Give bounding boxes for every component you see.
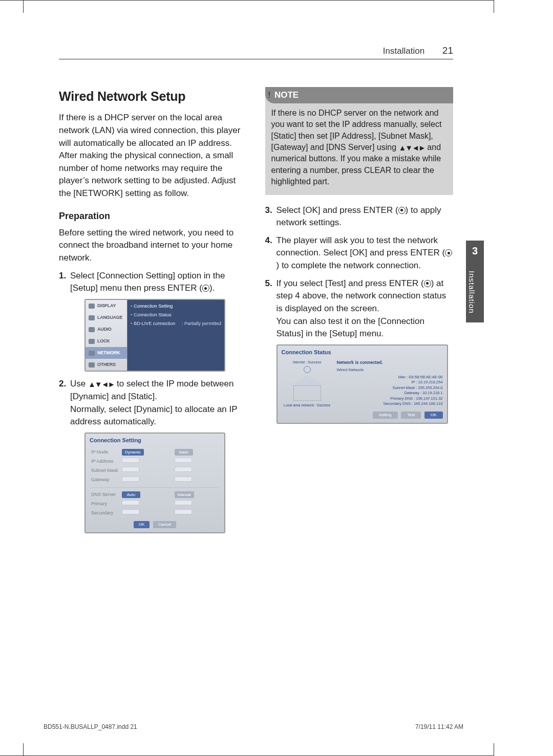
page-number: 21 [442, 45, 453, 56]
note-box: ! NOTE If there is no DHCP server on the… [265, 87, 454, 195]
pill-manual[interactable]: Manual [175, 491, 194, 499]
arrow-keys-icon: ▲▼◄► [88, 379, 114, 390]
step-1: Select [Connection Setting] option in th… [59, 270, 247, 372]
exclamation-icon: ! [268, 90, 270, 101]
menu-item-network[interactable]: NETWORK [86, 347, 127, 359]
heading-preparation: Preparation [59, 209, 247, 223]
section-label: Installation [383, 46, 424, 56]
pill-dynamic[interactable]: Dynamic [122, 449, 144, 456]
ok-button[interactable]: OK [424, 412, 443, 419]
enter-icon [398, 207, 406, 214]
footer-date: 7/19/11 11:42 AM [415, 723, 463, 730]
preparation-text: Before setting the wired network, you ne… [59, 227, 247, 265]
status-row: Secondary DNS : 165.244.106.110 [337, 401, 443, 407]
scr2-title: Connection Setting [90, 437, 220, 445]
menu-item-others[interactable]: OTHERS [86, 359, 127, 371]
screenshot-setup-menu: DISPLAYLANGUAGEAUDIOLOCKNETWORKOTHERS •C… [84, 299, 225, 372]
menu-item-audio[interactable]: AUDIO [86, 323, 127, 335]
globe-icon [304, 366, 311, 373]
enter-icon [202, 285, 209, 292]
pill-static[interactable]: Static [175, 449, 193, 456]
cancel-button[interactable]: Cancel [153, 521, 176, 528]
option-bd-live-connection[interactable]: •BD-LIVE connection: Partially permitted [131, 319, 221, 328]
house-icon [289, 375, 325, 401]
footer: BD551-N.BUSALLP_0487.indd 21 7/19/11 11:… [44, 723, 463, 730]
test-button[interactable]: Test [401, 412, 421, 419]
menu-item-display[interactable]: DISPLAY [86, 300, 127, 312]
ok-button[interactable]: OK [134, 521, 150, 528]
side-tab-label: Installation [466, 258, 477, 320]
arrow-keys-icon: ▲▼◄► [399, 142, 425, 153]
enter-icon [445, 249, 452, 256]
menu-item-language[interactable]: LANGUAGE [86, 312, 127, 323]
menu-item-lock[interactable]: LOCK [86, 335, 127, 347]
status-row: Gateway : 10.19.218.1 [337, 391, 443, 396]
status-row: IP : 10.19.218.254 [337, 380, 443, 385]
step-4: The player will ask you to test the netw… [265, 234, 454, 272]
enter-icon [424, 280, 431, 287]
screenshot-connection-setting: Connection Setting IP ModeDynamicStatic … [84, 433, 225, 533]
pill-auto[interactable]: Auto [122, 491, 140, 499]
heading-wired-network: Wired Network Setup [59, 87, 247, 105]
step-2: Use ▲▼◄► to select the IP mode between [… [59, 378, 247, 533]
scr3-title: Connection Status [282, 349, 443, 357]
footer-file: BD551-N.BUSALLP_0487.indd 21 [44, 723, 137, 730]
step-5: If you select [Test] and press ENTER () … [265, 277, 454, 424]
option-connection-status[interactable]: •Connection Status [131, 311, 221, 319]
status-row: Mac : E8:5B:5B:AE:AE:00 [337, 375, 443, 380]
status-row: Primary DNS : 156.147.151.32 [337, 396, 443, 402]
step-3: Select [OK] and press ENTER () to apply … [265, 204, 454, 229]
screenshot-connection-status: Connection Status Internet : Success Loc… [276, 344, 448, 424]
side-tab: 3 Installation [466, 241, 484, 322]
option-connection-setting[interactable]: •Connection Setting [131, 302, 221, 311]
side-tab-number: 3 [466, 241, 484, 258]
intro-text: If there is a DHCP server on the local a… [59, 112, 247, 200]
note-title: NOTE [274, 89, 299, 101]
page-header: Installation 21 [59, 45, 453, 56]
setting-button[interactable]: Setting [373, 412, 398, 419]
status-row: Subnet Mask : 255.255.254.0 [337, 385, 443, 391]
